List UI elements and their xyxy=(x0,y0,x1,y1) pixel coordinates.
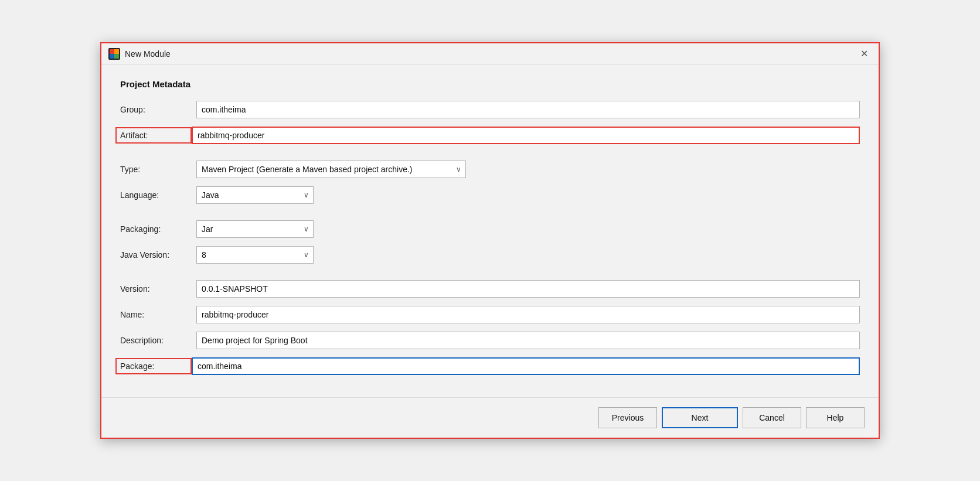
next-button[interactable]: Next xyxy=(662,407,738,428)
java-version-label: Java Version: xyxy=(120,250,196,260)
group-label: Group: xyxy=(120,105,196,114)
title-bar: New Module ✕ xyxy=(101,43,879,65)
group-row: Group: xyxy=(120,101,860,118)
type-select[interactable]: Maven Project (Generate a Maven based pr… xyxy=(196,161,466,178)
description-label: Description: xyxy=(120,336,196,345)
artifact-row: Artifact: xyxy=(120,127,860,144)
language-label: Language: xyxy=(120,190,196,200)
svg-rect-2 xyxy=(114,49,119,54)
cancel-button[interactable]: Cancel xyxy=(743,407,801,428)
package-row: Package: xyxy=(120,357,860,375)
close-button[interactable]: ✕ xyxy=(857,48,872,60)
type-label: Type: xyxy=(120,165,196,174)
version-label: Version: xyxy=(120,284,196,294)
dialog-content: Project Metadata Group: Artifact: Type: … xyxy=(101,65,879,397)
packaging-select-wrapper: Jar War xyxy=(196,220,314,238)
name-label: Name: xyxy=(120,310,196,319)
packaging-label: Packaging: xyxy=(120,224,196,234)
artifact-input[interactable] xyxy=(192,127,860,144)
description-row: Description: xyxy=(120,332,860,349)
type-select-wrapper: Maven Project (Generate a Maven based pr… xyxy=(196,161,466,178)
svg-rect-4 xyxy=(114,54,119,59)
artifact-label: Artifact: xyxy=(115,127,192,144)
version-input[interactable] xyxy=(196,280,860,298)
package-input[interactable] xyxy=(192,357,860,375)
app-icon xyxy=(108,48,120,60)
packaging-select[interactable]: Jar War xyxy=(196,220,314,238)
description-input[interactable] xyxy=(196,332,860,349)
svg-rect-1 xyxy=(110,49,114,54)
java-version-row: Java Version: 8 11 17 21 xyxy=(120,246,860,264)
language-select-wrapper: Java Kotlin Groovy xyxy=(196,186,314,204)
packaging-row: Packaging: Jar War xyxy=(120,220,860,238)
type-row: Type: Maven Project (Generate a Maven ba… xyxy=(120,161,860,178)
language-row: Language: Java Kotlin Groovy xyxy=(120,186,860,204)
section-title: Project Metadata xyxy=(120,79,860,89)
dialog-footer: Previous Next Cancel Help xyxy=(101,397,879,438)
java-version-select[interactable]: 8 11 17 21 xyxy=(196,246,314,264)
java-version-select-wrapper: 8 11 17 21 xyxy=(196,246,314,264)
package-label: Package: xyxy=(115,358,192,374)
name-row: Name: xyxy=(120,306,860,323)
new-module-dialog: New Module ✕ Project Metadata Group: Art… xyxy=(100,42,880,439)
version-row: Version: xyxy=(120,280,860,298)
svg-rect-3 xyxy=(110,54,114,59)
language-select[interactable]: Java Kotlin Groovy xyxy=(196,186,314,204)
title-bar-left: New Module xyxy=(108,48,171,60)
help-button[interactable]: Help xyxy=(806,407,865,428)
name-input[interactable] xyxy=(196,306,860,323)
previous-button[interactable]: Previous xyxy=(598,407,657,428)
group-input[interactable] xyxy=(196,101,860,118)
dialog-title: New Module xyxy=(125,49,171,59)
